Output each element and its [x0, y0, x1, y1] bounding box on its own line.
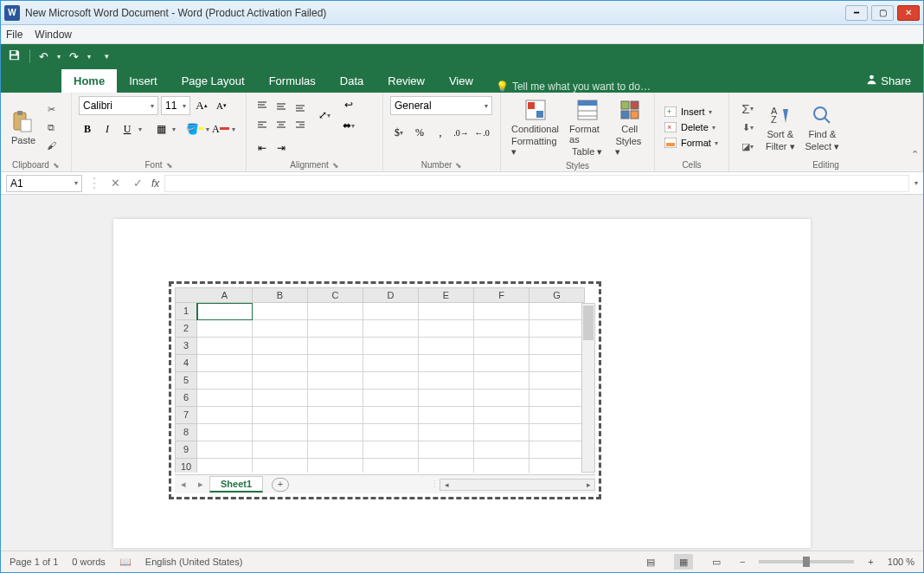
increase-font-button[interactable]: A▴: [193, 97, 210, 114]
cell[interactable]: [419, 424, 474, 441]
cell[interactable]: [197, 407, 253, 424]
borders-dropdown-icon[interactable]: ▾: [172, 126, 176, 133]
name-box[interactable]: A1▾: [6, 175, 82, 192]
fill-color-button[interactable]: 🪣: [186, 120, 203, 138]
cell[interactable]: [474, 320, 529, 338]
wrap-text-button[interactable]: ↩: [340, 96, 357, 113]
cell[interactable]: [419, 303, 474, 320]
close-button[interactable]: ✕: [897, 5, 920, 21]
comma-button[interactable]: ,: [432, 124, 449, 141]
cell[interactable]: [474, 441, 529, 459]
cell[interactable]: [308, 338, 363, 355]
cell[interactable]: [529, 355, 585, 372]
align-right-button[interactable]: [292, 116, 309, 133]
format-painter-button[interactable]: 🖌: [42, 138, 60, 153]
cell[interactable]: [419, 390, 474, 407]
row-header[interactable]: 2: [175, 320, 197, 338]
font-name-combo[interactable]: Calibri▾: [79, 96, 158, 115]
cell[interactable]: [308, 441, 363, 459]
column-header[interactable]: F: [474, 287, 529, 303]
cell[interactable]: [363, 390, 419, 407]
cell[interactable]: [474, 338, 529, 355]
column-header[interactable]: D: [363, 287, 419, 303]
merge-center-button[interactable]: ⬌▾: [340, 117, 357, 134]
undo-dropdown-icon[interactable]: ▾: [57, 53, 61, 61]
borders-button[interactable]: ▦: [152, 120, 170, 138]
vertical-scrollbar[interactable]: [581, 303, 595, 473]
scroll-left-icon[interactable]: ◂: [440, 480, 452, 489]
column-header[interactable]: G: [529, 287, 585, 303]
word-count[interactable]: 0 words: [72, 557, 106, 567]
tab-data[interactable]: Data: [328, 69, 375, 93]
cell[interactable]: [253, 424, 308, 441]
share-button[interactable]: Share: [854, 68, 923, 93]
cell[interactable]: [419, 441, 474, 459]
redo-dropdown-icon[interactable]: ▾: [87, 53, 91, 61]
delete-cells-button[interactable]: ×Delete▾: [662, 120, 720, 134]
bold-button[interactable]: B: [79, 120, 96, 138]
tab-nav-next[interactable]: ▸: [192, 479, 209, 490]
cell[interactable]: [253, 303, 308, 320]
cell[interactable]: [197, 320, 253, 338]
cell[interactable]: [253, 407, 308, 424]
cell[interactable]: [419, 459, 474, 473]
font-size-combo[interactable]: 11▾: [161, 96, 190, 115]
cell[interactable]: [308, 303, 363, 320]
cell[interactable]: [363, 355, 419, 372]
cell[interactable]: [253, 372, 308, 390]
tab-insert[interactable]: Insert: [117, 69, 170, 93]
cell[interactable]: [197, 390, 253, 407]
column-header[interactable]: B: [253, 287, 308, 303]
cell[interactable]: [474, 303, 529, 320]
zoom-out-button[interactable]: −: [740, 557, 745, 567]
row-header[interactable]: 1: [175, 303, 197, 320]
tab-nav-prev[interactable]: ◂: [175, 479, 192, 490]
number-launcher-icon[interactable]: ⬊: [455, 161, 462, 170]
column-header[interactable]: C: [308, 287, 363, 303]
clipboard-launcher-icon[interactable]: ⬊: [53, 161, 60, 170]
number-format-combo[interactable]: General▾: [390, 96, 492, 115]
accounting-format-button[interactable]: $▾: [390, 124, 407, 141]
cell[interactable]: [253, 338, 308, 355]
enter-formula-button[interactable]: ✓: [129, 177, 146, 190]
menu-window[interactable]: Window: [35, 29, 72, 41]
cell[interactable]: [419, 320, 474, 338]
tab-formulas[interactable]: Formulas: [257, 69, 328, 93]
cell[interactable]: [529, 338, 585, 355]
clear-button[interactable]: ◪▾: [736, 138, 759, 154]
cell[interactable]: [308, 424, 363, 441]
embedded-spreadsheet[interactable]: A B C D E F G 12345678910 ◂ ▸ Sheet1 + ⋮: [169, 281, 601, 499]
orientation-button[interactable]: ⤢▾: [316, 106, 333, 124]
minimize-button[interactable]: ━: [845, 5, 868, 21]
cell[interactable]: [474, 424, 529, 441]
new-sheet-button[interactable]: +: [272, 478, 289, 492]
cell[interactable]: [253, 390, 308, 407]
cell[interactable]: [197, 441, 253, 459]
percent-button[interactable]: %: [411, 124, 428, 141]
cell[interactable]: [363, 441, 419, 459]
cell[interactable]: [529, 390, 585, 407]
print-layout-button[interactable]: ▦: [674, 554, 693, 570]
scrollbar-thumb[interactable]: [583, 306, 594, 340]
web-layout-button[interactable]: ▭: [707, 554, 726, 570]
font-color-button[interactable]: A: [212, 120, 229, 138]
row-header[interactable]: 5: [175, 372, 197, 390]
save-icon[interactable]: [8, 48, 21, 64]
sheet-tab[interactable]: Sheet1: [209, 476, 263, 493]
cell[interactable]: [308, 407, 363, 424]
cell[interactable]: [363, 407, 419, 424]
cell[interactable]: [529, 459, 585, 473]
tab-home[interactable]: Home: [61, 69, 117, 93]
cell[interactable]: [529, 424, 585, 441]
align-bottom-button[interactable]: [292, 97, 309, 114]
cell[interactable]: [474, 372, 529, 390]
spell-check-icon[interactable]: 📖: [119, 557, 132, 568]
cell[interactable]: [253, 355, 308, 372]
align-center-button[interactable]: [273, 116, 290, 133]
cell[interactable]: [363, 372, 419, 390]
align-left-button[interactable]: [253, 116, 271, 133]
alignment-launcher-icon[interactable]: ⬊: [332, 161, 339, 170]
cell[interactable]: [308, 459, 363, 473]
cell[interactable]: [529, 320, 585, 338]
cell[interactable]: [419, 372, 474, 390]
